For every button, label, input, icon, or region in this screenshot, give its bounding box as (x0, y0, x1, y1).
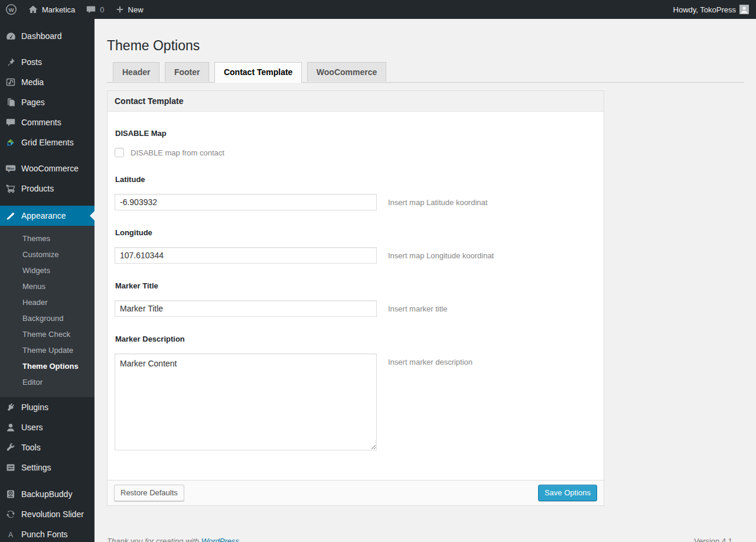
woocommerce-icon: Woo (0, 163, 21, 174)
comment-count: 0 (100, 5, 104, 14)
home-icon (28, 4, 38, 15)
paintbrush-icon (0, 210, 21, 221)
sidebar-item-label: Settings (21, 463, 51, 472)
sidebar-item-label: Appearance (21, 211, 66, 220)
tab-bar: Header Footer Contact Template WooCommer… (107, 62, 744, 83)
media-icon (0, 77, 21, 87)
sidebar-item-label: Plugins (21, 403, 48, 412)
admin-bar: W Marketica 0 New Howdy, TokoPress (0, 0, 756, 19)
sidebar-item-label: Products (21, 184, 54, 193)
wordpress-logo-menu[interactable]: W (0, 0, 22, 19)
account-menu[interactable]: Howdy, TokoPress (668, 0, 756, 19)
longitude-label: Longitude (115, 228, 597, 237)
submenu-item-theme-update[interactable]: Theme Update (0, 342, 94, 358)
submenu-item-themes[interactable]: Themes (0, 231, 94, 246)
site-name-menu[interactable]: Marketica (22, 0, 80, 19)
avatar (739, 5, 749, 14)
submenu-item-background[interactable]: Background (0, 310, 94, 326)
disable-map-checkbox-label: DISABLE map from contact (131, 148, 224, 157)
submenu-item-header[interactable]: Header (0, 294, 94, 310)
sidebar-item-label: WooCommerce (21, 164, 79, 173)
sidebar-item-dashboard[interactable]: Dashboard (0, 26, 94, 46)
submenu-item-theme-check[interactable]: Theme Check (0, 326, 94, 342)
submenu-item-customize[interactable]: Customize (0, 246, 94, 262)
plus-icon (115, 5, 125, 14)
sidebar-item-woocommerce[interactable]: Woo WooCommerce (0, 158, 94, 178)
panel-footer: Restore Defaults Save Options (107, 480, 604, 505)
site-name: Marketica (42, 5, 75, 14)
sidebar-item-posts[interactable]: Posts (0, 52, 94, 72)
sidebar-item-plugins[interactable]: Plugins (0, 397, 94, 417)
disable-map-checkbox[interactable] (115, 148, 124, 157)
backup-drive-icon (0, 489, 21, 499)
new-content-menu[interactable]: New (110, 0, 149, 19)
tab-woocommerce[interactable]: WooCommerce (307, 62, 386, 82)
new-label: New (128, 5, 144, 14)
sidebar-item-backupbuddy[interactable]: BackupBuddy (0, 484, 94, 504)
sidebar-item-label: Comments (21, 118, 61, 127)
latitude-label: Latitude (115, 175, 597, 184)
sidebar-item-label: Tools (21, 443, 41, 452)
longitude-input[interactable] (115, 247, 377, 264)
sidebar-item-comments[interactable]: Comments (0, 112, 94, 132)
sidebar-item-label: Grid Elements (21, 138, 74, 147)
contact-template-panel: Contact Template DISABLE Map DISABLE map… (107, 90, 604, 506)
sidebar-item-users[interactable]: Users (0, 417, 94, 437)
submenu-item-editor[interactable]: Editor (0, 374, 94, 390)
page-title: Theme Options (107, 32, 744, 57)
tab-footer[interactable]: Footer (165, 62, 210, 82)
sidebar-item-label: Pages (21, 98, 45, 107)
longitude-description: Insert map Longitude koordinat (388, 247, 494, 260)
sidebar-item-label: BackupBuddy (21, 489, 72, 499)
wordpress-logo-icon: W (5, 4, 17, 15)
footer-thanks-prefix: Thank you for creating with (107, 537, 201, 542)
comments-menu[interactable]: 0 (80, 0, 109, 19)
version-text: Version 4.1 (694, 537, 732, 542)
sidebar-item-media[interactable]: Media (0, 72, 94, 92)
marker-title-input[interactable] (115, 300, 377, 317)
marker-description-label: Marker Description (115, 335, 597, 343)
sidebar-item-products[interactable]: Products (0, 178, 94, 199)
plugin-icon (0, 402, 21, 413)
submenu-item-menus[interactable]: Menus (0, 278, 94, 294)
submenu-item-widgets[interactable]: Widgets (0, 262, 94, 278)
marker-description-description: Insert marker description (388, 353, 472, 366)
page-footer: Thank you for creating with WordPress. V… (107, 506, 744, 542)
sidebar-item-grid-elements[interactable]: Grid Elements (0, 132, 94, 152)
sidebar-item-pages[interactable]: Pages (0, 92, 94, 112)
sidebar-item-appearance[interactable]: Appearance (0, 206, 94, 226)
sidebar-item-settings[interactable]: Settings (0, 457, 94, 478)
comments-icon (0, 117, 21, 128)
marker-description-textarea[interactable]: Marker Content (115, 353, 377, 450)
sidebar-item-punch-fonts[interactable]: A Punch Fonts (0, 524, 94, 542)
panel-title: Contact Template (107, 91, 604, 112)
marker-title-label: Marker Title (115, 281, 597, 290)
sidebar-item-label: Posts (21, 57, 42, 67)
footer-thanks-suffix: . (239, 537, 242, 542)
wordpress-link[interactable]: WordPress (201, 537, 239, 542)
user-icon (0, 422, 21, 433)
letter-a-icon: A (0, 529, 21, 540)
admin-sidebar: Dashboard Posts Media Pages Comments Gri… (0, 19, 94, 542)
save-options-button[interactable]: Save Options (538, 485, 597, 501)
tab-header[interactable]: Header (113, 62, 159, 82)
restore-defaults-button[interactable]: Restore Defaults (114, 485, 184, 501)
wrench-icon (0, 442, 21, 453)
sidebar-item-label: Revolution Slider (21, 509, 84, 519)
refresh-arrows-icon (0, 509, 21, 520)
sidebar-item-label: Dashboard (21, 31, 62, 41)
sidebar-item-revolution-slider[interactable]: Revolution Slider (0, 504, 94, 524)
sidebar-item-label: Media (21, 77, 44, 87)
footer-thanks: Thank you for creating with WordPress. (107, 537, 242, 542)
submenu-item-theme-options[interactable]: Theme Options (0, 358, 94, 374)
svg-text:W: W (9, 7, 14, 13)
tab-contact-template[interactable]: Contact Template (214, 62, 302, 83)
sidebar-item-label: Users (21, 423, 43, 432)
sidebar-item-tools[interactable]: Tools (0, 437, 94, 457)
pushpin-icon (0, 57, 21, 67)
cart-icon (0, 183, 21, 194)
dashboard-icon (0, 31, 21, 42)
grid-elements-icon (0, 137, 21, 148)
marker-title-description: Insert marker title (388, 300, 447, 313)
latitude-input[interactable] (115, 194, 377, 210)
